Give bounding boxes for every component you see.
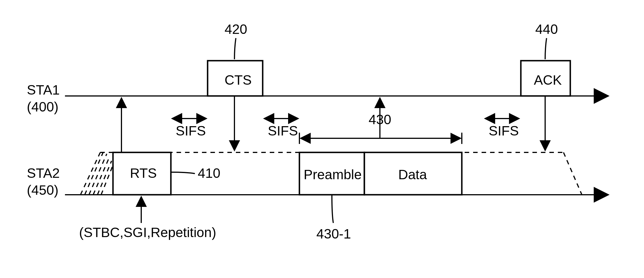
cts-ref-lead bbox=[234, 38, 236, 59]
hatch bbox=[85, 152, 103, 195]
rts-note: (STBC,SGI,Repetition) bbox=[79, 225, 216, 240]
hatch bbox=[97, 161, 112, 195]
sifs-3: SIFS bbox=[489, 123, 519, 138]
ack-ref: 440 bbox=[535, 22, 558, 37]
hatch bbox=[101, 167, 112, 195]
txop-fall bbox=[564, 152, 582, 195]
preamble-ref: 430-1 bbox=[316, 226, 351, 241]
preamble-ref-lead bbox=[332, 195, 333, 223]
cts-ref: 420 bbox=[225, 22, 247, 37]
preamble-label: Preamble bbox=[304, 167, 362, 182]
cts-label: CTS bbox=[225, 73, 252, 87]
rts-label: RTS bbox=[130, 166, 157, 181]
ack-label: ACK bbox=[534, 73, 562, 87]
rts-ref-lead bbox=[171, 172, 195, 174]
sta1-id: (400) bbox=[27, 99, 58, 114]
sifs-1: SIFS bbox=[176, 123, 206, 138]
sta2-id: (450) bbox=[27, 183, 58, 198]
ack-ref-lead bbox=[545, 38, 547, 59]
hatch bbox=[89, 154, 107, 195]
sta2-name: STA2 bbox=[27, 166, 60, 181]
txop-rise bbox=[80, 152, 100, 195]
sifs-2: SIFS bbox=[268, 123, 298, 138]
sta1-name: STA1 bbox=[27, 82, 60, 97]
data-ref: 430 bbox=[369, 112, 391, 127]
data-label: Data bbox=[398, 167, 427, 182]
rts-ref: 410 bbox=[198, 166, 220, 181]
